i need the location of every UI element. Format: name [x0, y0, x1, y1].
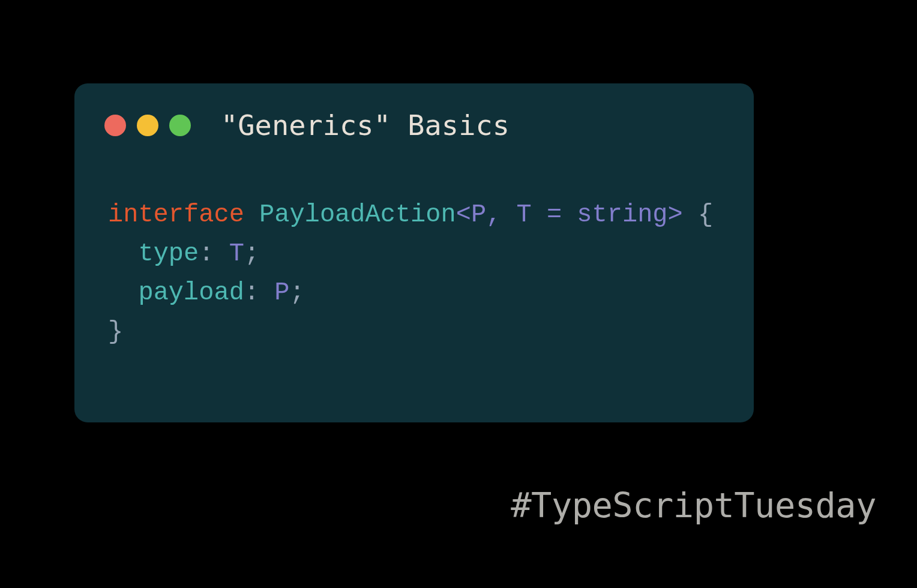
- code-type-ref: P: [274, 278, 289, 307]
- code-window: "Generics" Basics interface PayloadActio…: [74, 83, 754, 422]
- window-titlebar: "Generics" Basics: [104, 109, 724, 142]
- code-colon: :: [199, 239, 229, 268]
- code-colon: :: [244, 278, 274, 307]
- code-prop: type: [138, 239, 199, 268]
- code-indent: [108, 278, 138, 307]
- maximize-icon[interactable]: [169, 115, 191, 136]
- code-semi: ;: [290, 278, 305, 307]
- code-type-ref: T: [229, 239, 244, 268]
- code-generic-params: <P, T = string>: [456, 200, 683, 229]
- code-semi: ;: [244, 239, 259, 268]
- code-brace-open: {: [683, 200, 713, 229]
- minimize-icon[interactable]: [137, 115, 158, 136]
- code-block: interface PayloadAction<P, T = string> {…: [104, 196, 724, 352]
- code-brace-close: }: [108, 317, 123, 346]
- hashtag-label: #TypeScriptTuesday: [511, 485, 876, 525]
- traffic-lights: [104, 115, 191, 136]
- code-keyword: interface: [108, 200, 244, 229]
- code-prop: payload: [138, 278, 244, 307]
- window-title: "Generics" Basics: [221, 109, 510, 142]
- code-indent: [108, 239, 138, 268]
- code-type-name: PayloadAction: [259, 200, 456, 229]
- close-icon[interactable]: [104, 115, 126, 136]
